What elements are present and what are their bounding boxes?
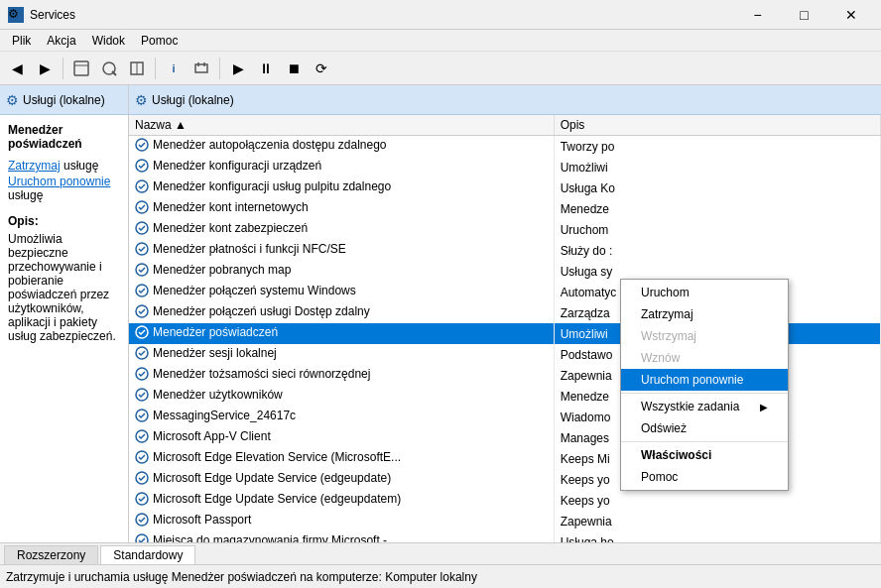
stop-service-link[interactable]: Zatrzymaj xyxy=(8,159,61,173)
toolbar-btn-7[interactable] xyxy=(189,56,214,81)
service-desc-cell: Menedze xyxy=(554,198,880,219)
service-desc-cell: Uruchom xyxy=(554,219,880,240)
table-row[interactable]: Microsoft PassportZapewnia xyxy=(129,511,881,531)
service-desc-cell: Tworzy po xyxy=(554,136,880,158)
service-name-cell: Menedżer połączeń usługi Dostęp zdalny xyxy=(129,302,554,323)
menu-item-pomoc[interactable]: Pomoc xyxy=(133,32,186,50)
ctx-item-właściwości[interactable]: Właściwości xyxy=(621,444,788,466)
right-header: ⚙ Usługi (lokalne) xyxy=(129,85,881,115)
col-header-name[interactable]: Nazwa ▲ xyxy=(129,115,554,136)
tab-standardowy[interactable]: Standardowy xyxy=(100,545,195,564)
maximize-button[interactable]: □ xyxy=(782,1,826,29)
left-nav-icon: ⚙ xyxy=(6,92,19,108)
service-name-cell: Menedżer połączeń systemu Windows xyxy=(129,282,554,302)
toolbar-separator-2 xyxy=(155,58,156,79)
table-row[interactable]: Menedżer kont zabezpieczeńUruchom xyxy=(129,219,881,240)
restart-suffix: usługę xyxy=(8,188,43,202)
service-name-cell: MessagingService_24617c xyxy=(129,407,554,427)
service-name-cell: Microsoft Edge Update Service (edgeupdat… xyxy=(129,469,554,490)
svg-line-3 xyxy=(112,71,116,75)
ctx-item-pomoc[interactable]: Pomoc xyxy=(621,466,788,488)
status-bar: Zatrzymuje i uruchamia usługę Menedżer p… xyxy=(0,564,881,588)
toolbar-btn-4[interactable] xyxy=(96,56,122,81)
window-controls: − □ ✕ xyxy=(735,1,873,29)
stop-button[interactable]: ⏹ xyxy=(281,56,307,81)
service-name-cell: Miejsca do magazynowania firmy Microsoft… xyxy=(129,531,554,542)
desc-text: Umożliwia bezpieczne przechowywanie i po… xyxy=(8,232,120,343)
menu-item-plik[interactable]: Plik xyxy=(4,32,39,50)
service-name-cell: Menedżer kont internetowych xyxy=(129,198,554,219)
forward-button[interactable]: ▶ xyxy=(32,56,58,81)
service-name-cell: Microsoft Edge Update Service (edgeupdat… xyxy=(129,490,554,511)
desc-label: Opis: xyxy=(8,214,120,228)
right-header-icon: ⚙ xyxy=(135,92,148,108)
svg-rect-0 xyxy=(74,61,88,75)
service-desc-cell: Usługa ho xyxy=(554,531,880,542)
toolbar-separator-1 xyxy=(63,58,63,79)
stop-suffix: usługę xyxy=(61,159,99,173)
service-name-cell: Microsoft App-V Client xyxy=(129,427,554,448)
toolbar-btn-5[interactable] xyxy=(124,56,150,81)
context-menu: UruchomZatrzymajWstrzymajWznówUruchom po… xyxy=(620,279,789,491)
service-name-cell: Menedżer poświadczeń xyxy=(129,323,554,344)
title-bar: ⚙ Services − □ ✕ xyxy=(0,0,881,30)
toolbar: ◀ ▶ i ▶ ⏸ ⏹ ⟳ xyxy=(0,52,881,85)
tab-rozszerzony[interactable]: Rozszerzony xyxy=(4,545,98,564)
ctx-item-wszystkie-zadania[interactable]: Wszystkie zadania▶ xyxy=(621,396,788,417)
service-desc-cell: Umożliwi xyxy=(554,157,880,177)
table-row[interactable]: Miejsca do magazynowania firmy Microsoft… xyxy=(129,531,881,542)
title-bar-title: Services xyxy=(30,8,75,22)
service-name-cell: Menedżer autopołączenia dostępu zdalnego xyxy=(129,136,554,158)
minimize-button[interactable]: − xyxy=(735,1,780,29)
menu-item-widok[interactable]: Widok xyxy=(84,32,133,50)
ctx-item-wznów: Wznów xyxy=(621,347,788,369)
ctx-item-odśwież[interactable]: Odśwież xyxy=(621,417,788,439)
menu-item-akcja[interactable]: Akcja xyxy=(39,32,83,50)
service-name-cell: Menedżer sesji lokalnej xyxy=(129,344,554,365)
service-desc-cell: Usługa Ko xyxy=(554,177,880,198)
ctx-item-zatrzymaj[interactable]: Zatrzymaj xyxy=(621,303,788,325)
restart-link-container: Uruchom ponownie usługę xyxy=(8,175,120,202)
toolbar-btn-3[interactable] xyxy=(68,56,94,81)
ctx-item-uruchom-ponownie[interactable]: Uruchom ponownie xyxy=(621,369,788,391)
ctx-separator xyxy=(621,441,788,442)
service-name-cell: Menedżer płatności i funkcji NFC/SE xyxy=(129,240,554,261)
service-desc-cell: Keeps yo xyxy=(554,490,880,511)
pause-button[interactable]: ⏸ xyxy=(253,56,279,81)
left-nav-header: ⚙ Usługi (lokalne) xyxy=(0,85,128,115)
ctx-separator xyxy=(621,393,788,394)
play-button[interactable]: ▶ xyxy=(225,56,251,81)
service-name-cell: Menedżer kont zabezpieczeń xyxy=(129,219,554,240)
table-row[interactable]: Menedżer autopołączenia dostępu zdalnego… xyxy=(129,136,881,158)
restart-button[interactable]: ⟳ xyxy=(309,56,334,81)
close-button[interactable]: ✕ xyxy=(828,1,873,29)
table-row[interactable]: Menedżer kont internetowychMenedze xyxy=(129,198,881,219)
menu-bar: PlikAkcjaWidokPomoc xyxy=(0,30,881,52)
table-row[interactable]: Microsoft Edge Update Service (edgeupdat… xyxy=(129,490,881,511)
back-button[interactable]: ◀ xyxy=(4,56,30,81)
submenu-arrow-icon: ▶ xyxy=(760,402,768,412)
restart-service-link[interactable]: Uruchom ponownie xyxy=(8,175,110,188)
left-nav: ⚙ Usługi (lokalne) Menedżer poświadczeń … xyxy=(0,85,129,542)
app-icon: ⚙ xyxy=(8,7,24,23)
service-desc-cell: Służy do : xyxy=(554,240,880,261)
ctx-item-uruchom[interactable]: Uruchom xyxy=(621,282,788,303)
table-row[interactable]: Menedżer konfiguracji urządzeńUmożliwi xyxy=(129,157,881,177)
service-name-cell: Menedżer tożsamości sieci równorzędnej xyxy=(129,365,554,386)
service-desc-cell: Zapewnia xyxy=(554,511,880,531)
service-name-cell: Menedżer użytkowników xyxy=(129,386,554,407)
toolbar-btn-6[interactable]: i xyxy=(161,56,187,81)
table-row[interactable]: Menedżer konfiguracji usług pulpitu zdal… xyxy=(129,177,881,198)
service-name-label: Menedżer poświadczeń xyxy=(8,123,120,151)
ctx-item-wstrzymaj: Wstrzymaj xyxy=(621,325,788,347)
service-name-cell: Microsoft Edge Elevation Service (Micros… xyxy=(129,448,554,469)
col-header-desc[interactable]: Opis xyxy=(554,115,880,136)
service-name-cell: Menedżer pobranych map xyxy=(129,261,554,282)
tab-bar: RozszerzonyStandardowy xyxy=(0,542,881,564)
svg-rect-6 xyxy=(195,64,207,72)
service-name-cell: Menedżer konfiguracji urządzeń xyxy=(129,157,554,177)
main-content: ⚙ Usługi (lokalne) Menedżer poświadczeń … xyxy=(0,85,881,542)
service-name-cell: Microsoft Passport xyxy=(129,511,554,531)
stop-link-container: Zatrzymaj usługę xyxy=(8,159,120,173)
table-row[interactable]: Menedżer płatności i funkcji NFC/SESłuży… xyxy=(129,240,881,261)
